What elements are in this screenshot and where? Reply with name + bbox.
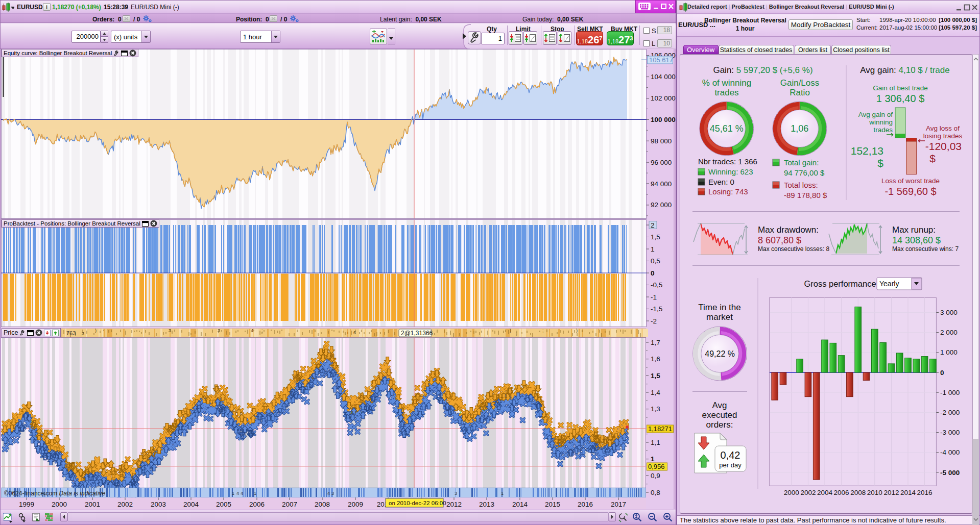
svg-text:Max consecutive losses: 8: Max consecutive losses: 8: [758, 245, 829, 253]
svg-text:2008: 2008: [850, 489, 866, 496]
svg-text:2014: 2014: [900, 489, 916, 496]
svg-text:Nbr trades: 1 366: Nbr trades: 1 366: [698, 157, 757, 166]
svg-text:Winning: 623: Winning: 623: [708, 167, 753, 176]
svg-text:per day: per day: [719, 461, 742, 469]
svg-text:Gain: 5 597,20 $ (+5,6 %): Gain: 5 597,20 $ (+5,6 %): [713, 65, 812, 75]
svg-text:8 607,80 $: 8 607,80 $: [758, 235, 801, 245]
svg-text:Even: 0: Even: 0: [708, 178, 734, 186]
svg-text:losing trades: losing trades: [923, 132, 963, 140]
svg-text:% of winning: % of winning: [702, 78, 751, 88]
svg-text:14 308,60 $: 14 308,60 $: [892, 235, 941, 245]
svg-text:Avg gain: 4,10 $ / trade: Avg gain: 4,10 $ / trade: [860, 65, 949, 75]
svg-text:-1 569,60 $: -1 569,60 $: [885, 186, 936, 197]
svg-text:152,13: 152,13: [851, 145, 883, 157]
svg-text:Avg: Avg: [712, 401, 727, 410]
svg-text:2004: 2004: [817, 489, 833, 496]
svg-text:Max runup:: Max runup:: [892, 225, 936, 235]
svg-text:-2 000: -2 000: [940, 409, 960, 416]
svg-text:Yearly: Yearly: [879, 280, 899, 288]
svg-text:Loss of worst trade: Loss of worst trade: [881, 177, 940, 185]
svg-text:Total loss:: Total loss:: [784, 181, 818, 189]
svg-text:1,06: 1,06: [791, 123, 808, 134]
svg-text:2012: 2012: [883, 489, 899, 496]
svg-text:-4 000: -4 000: [940, 448, 960, 456]
svg-text:winning: winning: [869, 118, 893, 126]
svg-text:orders:: orders:: [706, 420, 733, 430]
svg-text:$: $: [929, 153, 936, 164]
svg-text:0: 0: [940, 369, 944, 377]
svg-text:trades: trades: [714, 88, 738, 97]
svg-text:$: $: [877, 157, 883, 169]
svg-text:Gain/Loss: Gain/Loss: [780, 78, 820, 88]
svg-text:Gross performance: Gross performance: [804, 279, 876, 288]
svg-text:1 306,40 $: 1 306,40 $: [876, 93, 925, 104]
svg-text:Total gain:: Total gain:: [784, 158, 819, 167]
svg-text:Ratio: Ratio: [790, 88, 810, 97]
svg-text:45,61 %: 45,61 %: [710, 123, 744, 134]
svg-text:Gain of best trade: Gain of best trade: [873, 84, 927, 92]
svg-text:2002: 2002: [800, 489, 816, 496]
svg-text:Time in the: Time in the: [698, 303, 740, 312]
svg-text:1 000: 1 000: [940, 348, 958, 356]
svg-text:Max consecutive wins: 7: Max consecutive wins: 7: [892, 245, 959, 253]
svg-text:94 776,00 $: 94 776,00 $: [784, 168, 825, 177]
svg-text:49,22 %: 49,22 %: [705, 349, 735, 358]
svg-text:3 000: 3 000: [940, 309, 958, 316]
svg-text:2006: 2006: [834, 489, 849, 496]
svg-text:-1 000: -1 000: [940, 389, 960, 396]
svg-text:Avg gain of: Avg gain of: [858, 111, 893, 118]
svg-text:market: market: [706, 312, 733, 322]
svg-text:trades: trades: [873, 126, 893, 134]
svg-text:-89 178,80 $: -89 178,80 $: [784, 191, 827, 199]
svg-text:Losing: 743: Losing: 743: [708, 187, 748, 196]
svg-text:Avg loss of: Avg loss of: [926, 124, 960, 132]
svg-text:executed: executed: [702, 410, 737, 420]
svg-text:-3 000: -3 000: [940, 429, 960, 436]
svg-text:2000: 2000: [784, 489, 799, 496]
svg-text:0,42: 0,42: [721, 449, 740, 461]
svg-text:-5 000: -5 000: [940, 469, 960, 477]
svg-text:2010: 2010: [867, 489, 882, 496]
svg-text:2 000: 2 000: [940, 329, 958, 336]
svg-text:-120,03: -120,03: [925, 140, 962, 152]
svg-text:Max drawdown:: Max drawdown:: [758, 225, 819, 235]
svg-text:2016: 2016: [917, 489, 933, 496]
